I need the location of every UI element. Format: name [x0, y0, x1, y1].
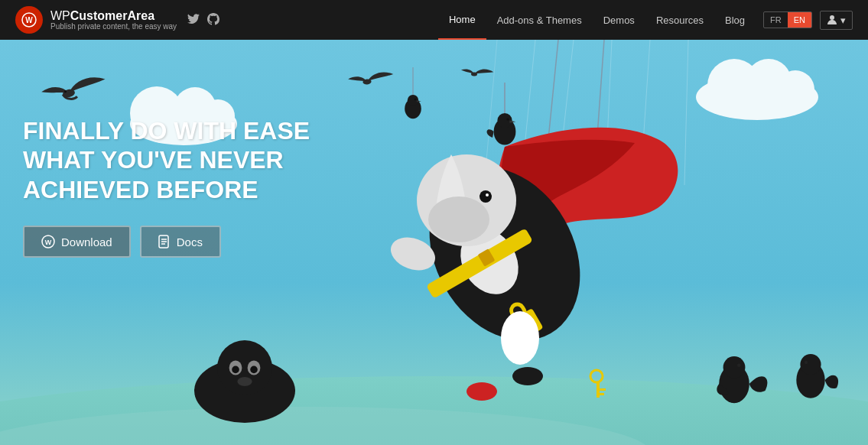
twitter-link[interactable]: [187, 14, 200, 27]
svg-point-65: [800, 354, 821, 375]
svg-point-59: [250, 366, 258, 374]
docs-button[interactable]: Docs: [140, 226, 221, 258]
svg-point-62: [723, 356, 746, 378]
brand-text: WPCustomerArea Publish private content, …: [50, 9, 177, 31]
user-menu-button[interactable]: ▾: [820, 11, 853, 30]
svg-rect-51: [597, 382, 600, 398]
svg-point-60: [237, 377, 252, 386]
svg-point-55: [217, 340, 272, 395]
svg-point-37: [428, 197, 489, 242]
nav-demos[interactable]: Demos: [593, 0, 645, 40]
hero-section: FINALLY DO WITH EASE WHAT YOU'VE NEVER A…: [0, 40, 868, 445]
user-dropdown-arrow: ▾: [840, 15, 846, 26]
navbar: W WPCustomerArea Publish private content…: [0, 0, 868, 40]
svg-point-31: [408, 95, 418, 106]
github-link[interactable]: [207, 13, 219, 28]
docs-label: Docs: [177, 235, 203, 248]
brand-logo-link[interactable]: W WPCustomerArea Publish private content…: [15, 6, 177, 34]
brand-logo: W: [15, 6, 43, 34]
wp-logo-icon: W: [21, 12, 37, 28]
twitter-icon: [187, 14, 200, 24]
nav-blog[interactable]: Blog: [714, 0, 756, 40]
svg-text:W: W: [25, 16, 33, 24]
language-switcher: FR EN: [763, 11, 812, 28]
nav-resources[interactable]: Resources: [645, 0, 714, 40]
user-icon: [827, 15, 837, 25]
hero-buttons: W Download Docs: [23, 226, 329, 258]
hero-headline: FINALLY DO WITH EASE WHAT YOU'VE NEVER A…: [23, 116, 329, 204]
nav-addons[interactable]: Add-ons & Themes: [486, 0, 593, 40]
svg-point-32: [414, 99, 416, 100]
brand-name: WPCustomerArea: [50, 9, 177, 23]
svg-point-46: [501, 311, 539, 365]
svg-point-39: [486, 193, 489, 197]
svg-point-27: [497, 113, 512, 128]
docs-icon: [158, 235, 171, 248]
download-button[interactable]: W Download: [23, 226, 131, 258]
brand-subtitle: Publish private content, the easy way: [50, 22, 177, 31]
svg-point-66: [805, 361, 808, 364]
svg-point-63: [737, 363, 741, 367]
svg-point-13: [776, 70, 814, 109]
svg-rect-53: [600, 393, 604, 395]
svg-text:W: W: [45, 239, 52, 246]
svg-point-49: [512, 367, 543, 385]
svg-point-28: [506, 118, 509, 120]
lang-fr-button[interactable]: FR: [764, 12, 788, 28]
main-nav: Home Add-ons & Themes Demos Resources Bl…: [438, 0, 853, 40]
svg-point-48: [467, 382, 497, 401]
hero-content: FINALLY DO WITH EASE WHAT YOU'VE NEVER A…: [23, 116, 329, 258]
svg-point-2: [830, 15, 834, 20]
social-links: [187, 13, 219, 28]
svg-point-58: [232, 366, 239, 374]
github-icon: [207, 13, 219, 25]
wordpress-icon: W: [41, 235, 55, 248]
download-label: Download: [61, 235, 112, 248]
nav-home[interactable]: Home: [438, 0, 486, 40]
svg-point-38: [480, 190, 492, 203]
svg-rect-52: [600, 388, 606, 391]
lang-en-button[interactable]: EN: [788, 12, 811, 28]
